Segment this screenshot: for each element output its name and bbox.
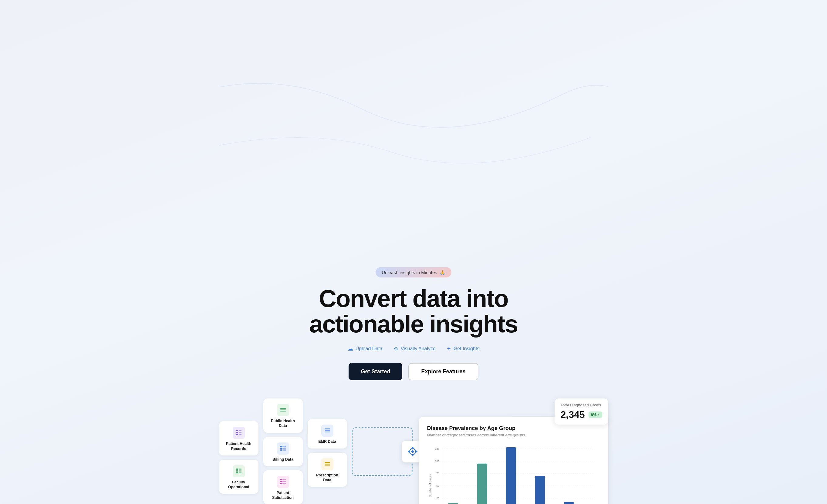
public-health-icon [277, 404, 289, 416]
col-mid-right: EMR Data Prescription Data [308, 402, 347, 504]
svg-rect-25 [283, 481, 286, 482]
total-diagnosed-card: Total Diagnosed Cases 2,345 8% ↑ [554, 399, 608, 424]
svg-rect-35 [412, 447, 413, 448]
feature-analyze: ⚙ Visually Analyze [393, 345, 436, 352]
svg-rect-7 [236, 470, 238, 471]
svg-rect-26 [283, 483, 286, 484]
hero-badge: Unleash insights in Minutes 🙏 [376, 267, 451, 278]
facility-icon [233, 465, 245, 477]
card-billing: Billing Data [263, 437, 303, 466]
badge-text: Unleash insights in Minutes [382, 270, 437, 275]
card-facility: Facility Operational [219, 460, 258, 494]
svg-rect-31 [325, 464, 330, 465]
svg-rect-11 [239, 472, 241, 473]
svg-rect-36 [412, 455, 413, 456]
svg-rect-20 [283, 449, 286, 451]
billing-icon [277, 443, 289, 455]
svg-rect-15 [280, 446, 283, 447]
svg-text:125: 125 [435, 447, 439, 450]
patient-health-icon [233, 427, 245, 439]
svg-rect-3 [239, 430, 241, 431]
svg-rect-30 [325, 462, 330, 463]
feature-upload-label: Upload Data [355, 346, 383, 351]
card-emr: EMR Data [308, 419, 347, 448]
insights-icon: ✦ [447, 345, 451, 352]
patient-satisfaction-label: Patient Satisfaction [268, 490, 298, 500]
svg-rect-9 [239, 468, 241, 470]
feature-row: ☁ Upload Data ⚙ Visually Analyze ✦ Get I… [219, 345, 608, 352]
svg-rect-23 [280, 483, 283, 484]
facility-label: Facility Operational [224, 480, 254, 490]
card-patient-health: Patient Health Records [219, 421, 258, 455]
upload-icon: ☁ [348, 345, 353, 352]
svg-rect-18 [283, 446, 286, 447]
svg-rect-10 [239, 470, 241, 471]
chart-title: Disease Prevalence by Age Group [427, 425, 600, 432]
hero-headline: Convert data into actionable insights [219, 286, 608, 337]
cta-row: Get Started Explore Features [219, 363, 608, 380]
svg-rect-5 [239, 434, 241, 435]
svg-rect-14 [280, 411, 286, 412]
svg-rect-19 [283, 448, 286, 449]
bar-chart: Number of cases 0 25 50 [427, 443, 600, 504]
total-value: 2,345 [561, 409, 585, 420]
svg-rect-29 [325, 432, 330, 433]
feature-insights-label: Get Insights [453, 346, 479, 351]
total-badge: 8% ↑ [589, 411, 602, 418]
bar-chart-container: Number of cases 0 25 50 [427, 443, 600, 504]
data-cards: Patient Health Records Facility Op [219, 399, 412, 504]
chart-subtitle: Number of diagnosed cases across differe… [427, 433, 600, 437]
svg-text:75: 75 [436, 472, 439, 475]
card-public-health: Public Health Data [263, 399, 303, 433]
svg-rect-56 [535, 476, 545, 504]
svg-rect-8 [236, 472, 238, 473]
chart-card: Disease Prevalence by Age Group Number o… [419, 417, 608, 504]
svg-rect-1 [236, 432, 238, 433]
headline-line1: Convert data into [219, 286, 608, 311]
get-started-button[interactable]: Get Started [349, 363, 402, 380]
svg-rect-22 [280, 481, 283, 482]
svg-rect-38 [416, 451, 418, 452]
svg-rect-2 [236, 434, 238, 435]
headline-line2: actionable insights [219, 311, 608, 337]
prescription-label: Prescription Data [312, 473, 342, 483]
svg-rect-54 [477, 464, 487, 504]
emr-icon [321, 424, 333, 437]
billing-label: Billing Data [273, 457, 293, 462]
feature-upload: ☁ Upload Data [348, 345, 383, 352]
svg-rect-0 [236, 430, 238, 431]
svg-rect-32 [325, 465, 330, 466]
svg-rect-4 [239, 432, 241, 433]
chart-area: Total Diagnosed Cases 2,345 8% ↑ Disease… [419, 399, 608, 504]
svg-rect-6 [236, 468, 238, 470]
badge-icon: 🙏 [440, 269, 445, 275]
total-label: Total Diagnosed Cases [561, 403, 602, 407]
col-mid-left: Public Health Data Billing Data [263, 399, 303, 504]
prescription-icon [321, 458, 333, 470]
svg-rect-27 [325, 429, 330, 430]
svg-rect-21 [280, 479, 283, 481]
col-left: Patient Health Records Facility Op [219, 411, 258, 504]
patient-satisfaction-icon [277, 476, 289, 488]
svg-rect-16 [280, 448, 283, 449]
svg-rect-17 [280, 449, 283, 451]
feature-analyze-label: Visually Analyze [401, 346, 436, 351]
feature-insights: ✦ Get Insights [447, 345, 479, 352]
svg-rect-28 [325, 430, 330, 431]
bottom-section: Patient Health Records Facility Op [219, 399, 608, 504]
svg-text:100: 100 [435, 460, 439, 463]
svg-rect-57 [564, 502, 574, 504]
svg-rect-12 [280, 408, 286, 409]
public-health-label: Public Health Data [268, 418, 298, 429]
card-patient-satisfaction: Patient Satisfaction [263, 470, 303, 504]
svg-rect-13 [280, 409, 286, 410]
patient-health-label: Patient Health Records [224, 441, 254, 451]
emr-label: EMR Data [318, 439, 336, 444]
svg-rect-24 [283, 479, 286, 481]
svg-text:50: 50 [436, 484, 439, 487]
svg-rect-55 [506, 447, 516, 504]
card-prescription: Prescription Data [308, 453, 347, 487]
connector-area [352, 399, 412, 504]
explore-features-button[interactable]: Explore Features [408, 363, 478, 380]
analyze-icon: ⚙ [393, 345, 398, 352]
